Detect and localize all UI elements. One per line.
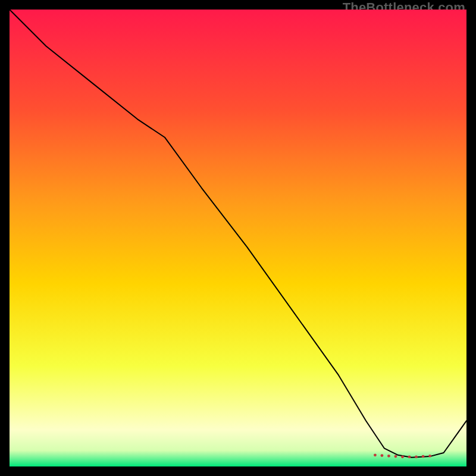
plot-area [10, 10, 466, 466]
marker-dot [408, 455, 411, 458]
marker-dot [394, 455, 397, 458]
marker-dot [428, 455, 431, 458]
marker-dot [415, 455, 418, 458]
chart-frame: TheBottleneck.com [0, 0, 476, 476]
marker-dot [381, 454, 384, 457]
gradient-background [10, 10, 466, 466]
marker-dot [387, 455, 390, 458]
chart-svg [10, 10, 466, 466]
marker-dot [401, 455, 404, 458]
marker-dot [374, 453, 377, 456]
marker-dot [422, 455, 425, 458]
